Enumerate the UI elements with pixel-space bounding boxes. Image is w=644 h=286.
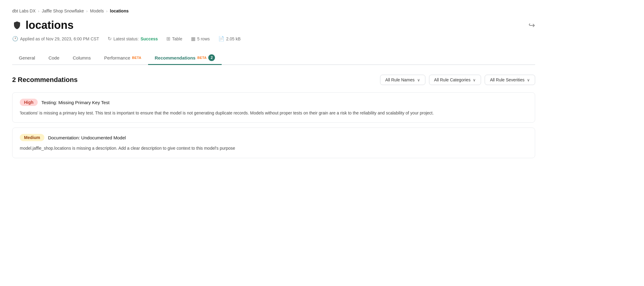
recommendations-header: 2 Recommendations All Rule Names ∨ All R… — [12, 75, 535, 85]
chevron-down-icon-1: ∨ — [417, 78, 420, 82]
meta-status-prefix: Latest status: — [113, 36, 139, 41]
meta-applied: 🕐 Applied as of Nov 29, 2023, 6:00 PM CS… — [12, 36, 99, 42]
meta-type: ⊞ Table — [166, 36, 182, 42]
clock-icon: 🕐 — [12, 36, 18, 42]
severity-badge-1: Medium — [20, 134, 44, 141]
meta-rows-text: 5 rows — [197, 36, 210, 41]
tab-recommendations-label: Recommendations — [155, 55, 196, 60]
filter-rule-severities-label: All Rule Severities — [490, 77, 525, 82]
breadcrumb-sep-2: › — [106, 9, 107, 13]
file-icon: 📄 — [218, 36, 224, 42]
filter-rule-categories[interactable]: All Rule Categories ∨ — [429, 75, 481, 85]
meta-bar: 🕐 Applied as of Nov 29, 2023, 6:00 PM CS… — [12, 36, 535, 42]
meta-rows: ▦ 5 rows — [191, 36, 210, 42]
card-title-1: Documentation: Undocumented Model — [48, 135, 126, 140]
card-body-1: model.jaffle_shop.locations is missing a… — [20, 145, 528, 152]
tab-performance[interactable]: Performance BETA — [97, 52, 148, 64]
page-title: locations — [26, 19, 74, 32]
recommendations-list: High Testing: Missing Primary Key Test '… — [12, 92, 535, 158]
chevron-down-icon-3: ∨ — [527, 78, 530, 82]
meta-status: ↻ Latest status: Success — [108, 36, 158, 42]
tab-columns-label: Columns — [73, 55, 91, 60]
recommendation-card-0: High Testing: Missing Primary Key Test '… — [12, 92, 535, 123]
filter-rule-categories-label: All Rule Categories — [434, 77, 471, 82]
meta-size-text: 2.05 kB — [226, 36, 241, 41]
tabs: General Code Columns Performance BETA Re… — [12, 51, 535, 65]
share-icon[interactable]: ↪ — [528, 21, 535, 30]
breadcrumb-item-1[interactable]: Jaffle Shop Snowflake — [42, 9, 84, 13]
breadcrumb: dbt Labs DX › Jaffle Shop Snowflake › Mo… — [12, 9, 535, 13]
tab-code-label: Code — [48, 55, 59, 60]
card-header-1: Medium Documentation: Undocumented Model — [20, 134, 528, 141]
breadcrumb-sep-0: › — [38, 9, 39, 13]
tab-recommendations-beta: BETA — [197, 56, 206, 60]
tab-general[interactable]: General — [12, 52, 42, 64]
meta-type-text: Table — [172, 36, 182, 41]
tab-code[interactable]: Code — [42, 52, 66, 64]
filter-rule-names[interactable]: All Rule Names ∨ — [380, 75, 425, 85]
rows-icon: ▦ — [191, 36, 196, 42]
refresh-icon: ↻ — [108, 36, 112, 42]
filter-rule-names-label: All Rule Names — [385, 77, 414, 82]
tab-performance-beta: BETA — [132, 56, 141, 60]
tab-general-label: General — [19, 55, 35, 60]
tab-columns[interactable]: Columns — [66, 52, 97, 64]
breadcrumb-item-2[interactable]: Models — [90, 9, 104, 13]
card-title-0: Testing: Missing Primary Key Test — [41, 100, 109, 105]
breadcrumb-item-3: locations — [110, 9, 129, 13]
recommendation-card-1: Medium Documentation: Undocumented Model… — [12, 128, 535, 158]
chevron-down-icon-2: ∨ — [473, 78, 476, 82]
meta-applied-text: Applied as of Nov 29, 2023, 6:00 PM CST — [20, 36, 99, 41]
filters: All Rule Names ∨ All Rule Categories ∨ A… — [380, 75, 535, 85]
card-body-0: 'locations' is missing a primary key tes… — [20, 110, 528, 116]
card-header-0: High Testing: Missing Primary Key Test — [20, 99, 528, 106]
tab-performance-label: Performance — [104, 55, 130, 60]
table-icon: ⊞ — [166, 36, 170, 42]
shield-icon — [12, 20, 22, 30]
page-title-wrap: locations — [12, 19, 74, 32]
tab-recommendations-count: 2 — [208, 54, 215, 61]
page-header: locations ↪ — [12, 19, 535, 32]
filter-rule-severities[interactable]: All Rule Severities ∨ — [485, 75, 535, 85]
meta-size: 📄 2.05 kB — [218, 36, 241, 42]
tab-recommendations[interactable]: Recommendations BETA 2 — [148, 51, 222, 65]
meta-status-value: Success — [140, 36, 158, 41]
severity-badge-0: High — [20, 99, 38, 106]
breadcrumb-item-0[interactable]: dbt Labs DX — [12, 9, 36, 13]
recommendations-title: 2 Recommendations — [12, 76, 78, 84]
breadcrumb-sep-1: › — [86, 9, 88, 13]
